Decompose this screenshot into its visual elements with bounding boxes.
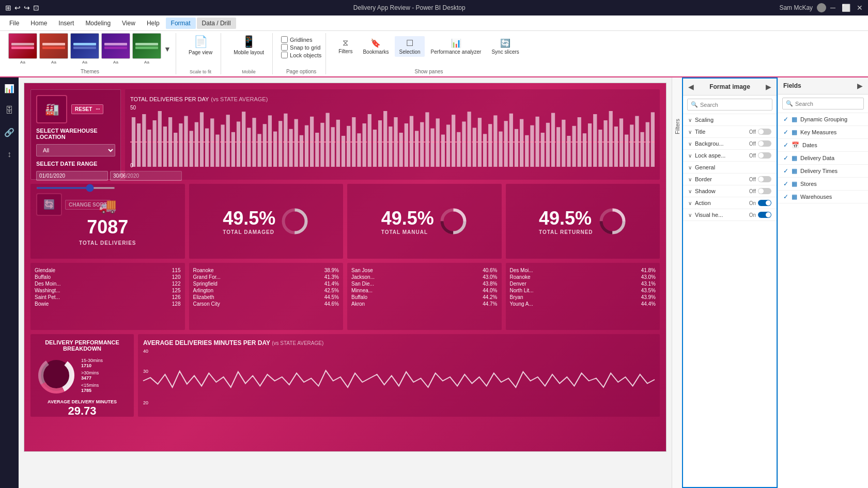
- fields-item-warehouses[interactable]: ✓ ▦ Warehouses: [778, 191, 868, 203]
- border-toggle[interactable]: Off: [749, 176, 771, 182]
- format-item-scaling[interactable]: ∨ Scaling: [683, 114, 777, 126]
- format-item-lock-aspect[interactable]: ∨ Lock aspe... Off: [683, 150, 777, 162]
- format-panel-back-button[interactable]: ◀: [688, 83, 694, 91]
- menu-format[interactable]: Format: [166, 18, 196, 29]
- fields-item-key-measures[interactable]: ✓ ▦ Key Measures: [778, 126, 868, 139]
- menu-data-drill[interactable]: Data / Drill: [197, 18, 236, 29]
- svg-rect-86: [583, 133, 586, 167]
- ribbon: Aa Aa Aa Aa: [0, 31, 868, 77]
- format-item-title[interactable]: ∨ Title Off: [683, 126, 777, 138]
- performance-label: Performance analyzer: [431, 49, 482, 55]
- date-start-input[interactable]: [36, 171, 108, 181]
- minimize-button[interactable]: ─: [830, 4, 835, 12]
- menu-insert[interactable]: Insert: [53, 18, 79, 29]
- lock-aspect-toggle[interactable]: Off: [749, 152, 771, 159]
- page-view-button[interactable]: 📄 Page view: [184, 33, 216, 57]
- ribbon-pageview-section: 📄 Page view Scale to fit: [180, 33, 221, 74]
- search-icon: 🔍: [691, 101, 698, 108]
- controls-panel: 🏭 RESET ··· SELECT WAREHOUSE LOCATION: [30, 89, 121, 180]
- filters-button[interactable]: ⧖ Filters: [334, 36, 357, 56]
- filters-sidebar[interactable]: Filters: [672, 77, 682, 488]
- gridlines-input[interactable]: [281, 36, 288, 43]
- menu-modeling[interactable]: Modeling: [80, 18, 116, 29]
- menu-file[interactable]: File: [4, 18, 24, 29]
- page-view-icon: 📄: [194, 35, 208, 49]
- snap-grid-checkbox[interactable]: Snap to grid: [281, 44, 321, 51]
- format-item-shadow[interactable]: ∨ Shadow Off: [683, 185, 777, 197]
- fields-item-delivery-data[interactable]: ✓ ▦ Delivery Data: [778, 152, 868, 165]
- theme-3[interactable]: Aa: [70, 33, 99, 65]
- sidebar-data-icon[interactable]: 🗄: [3, 104, 16, 117]
- filters-tab-label[interactable]: Filters: [674, 119, 680, 134]
- theme-2[interactable]: Aa: [39, 33, 68, 65]
- visual-header-toggle[interactable]: On: [749, 212, 771, 218]
- perf-30plus-label: >30mins: [81, 370, 99, 375]
- fields-panel-collapse-button[interactable]: ▶: [857, 82, 863, 90]
- visual-header-toggle-track[interactable]: [758, 212, 771, 218]
- fields-item-delivery-times[interactable]: ✓ ▦ Delivery Times: [778, 165, 868, 178]
- sidebar-report-icon[interactable]: 📊: [2, 82, 17, 96]
- selection-button[interactable]: ☐ Selection: [395, 36, 424, 57]
- lock-objects-input[interactable]: [281, 52, 288, 58]
- list-row-1: Glendale115: [35, 267, 181, 274]
- page-options-label: Page options: [286, 69, 316, 74]
- restore-button[interactable]: ⬜: [842, 4, 850, 12]
- performance-analyzer-button[interactable]: 📊 Performance analyzer: [427, 36, 486, 57]
- svg-rect-78: [541, 133, 545, 167]
- warehouse-select[interactable]: All: [36, 144, 115, 156]
- visual-header-toggle-on-label: On: [749, 212, 756, 218]
- fields-search-input[interactable]: [795, 101, 860, 107]
- menu-help[interactable]: Help: [142, 18, 165, 29]
- menu-home[interactable]: Home: [25, 18, 52, 29]
- svg-rect-55: [420, 122, 424, 167]
- svg-rect-38: [331, 127, 335, 167]
- title-toggle-track[interactable]: [758, 129, 771, 135]
- reset-button[interactable]: RESET ···: [71, 104, 103, 114]
- sync-label: Sync slicers: [491, 49, 519, 55]
- fields-item-dynamic-grouping[interactable]: ✓ ▦ Dynamic Grouping: [778, 113, 868, 126]
- background-toggle-track[interactable]: [758, 140, 771, 147]
- format-item-action[interactable]: ∨ Action On: [683, 197, 777, 209]
- avg-y-30: 30: [143, 369, 148, 374]
- svg-rect-67: [483, 134, 487, 167]
- fields-item-dates[interactable]: ✓ 📅 Dates: [778, 139, 868, 152]
- format-item-border[interactable]: ∨ Border Off: [683, 174, 777, 185]
- svg-rect-13: [200, 112, 204, 167]
- warehouses-table-icon: ▦: [792, 193, 797, 200]
- sidebar-model-icon[interactable]: 🔗: [2, 125, 17, 139]
- format-item-background[interactable]: ∨ Backgrou... Off: [683, 138, 777, 150]
- background-toggle[interactable]: Off: [749, 140, 771, 147]
- action-toggle[interactable]: On: [749, 200, 771, 206]
- format-item-general[interactable]: ∨ General: [683, 162, 777, 174]
- svg-rect-56: [425, 112, 429, 167]
- bookmarks-button[interactable]: 🔖 Bookmarks: [359, 36, 393, 57]
- sidebar-arrow-icon[interactable]: ↕: [5, 148, 13, 161]
- theme-5[interactable]: Aa: [132, 33, 161, 65]
- sync-slicers-button[interactable]: 🔄 Sync slicers: [487, 36, 523, 57]
- window-controls[interactable]: ─ ⬜ ✕: [830, 4, 863, 12]
- shadow-toggle[interactable]: Off: [749, 188, 771, 194]
- gridlines-checkbox[interactable]: Gridlines: [281, 36, 321, 43]
- close-button[interactable]: ✕: [857, 4, 863, 12]
- lock-objects-checkbox[interactable]: Lock objects: [281, 52, 321, 58]
- shadow-toggle-track[interactable]: [758, 188, 771, 194]
- svg-rect-88: [593, 114, 597, 167]
- title-toggle[interactable]: Off: [749, 129, 771, 135]
- fields-item-stores[interactable]: ✓ ▦ Stores: [778, 178, 868, 191]
- mobile-layout-button[interactable]: 📱 Mobile layout: [229, 33, 268, 57]
- theme-4[interactable]: Aa: [101, 33, 130, 65]
- action-toggle-track[interactable]: [758, 200, 771, 206]
- scaling-chevron-icon: ∨: [688, 117, 692, 123]
- format-search-input[interactable]: [700, 102, 769, 108]
- format-item-visual-header[interactable]: ∨ Visual he... On: [683, 209, 777, 221]
- svg-rect-84: [572, 126, 576, 167]
- snap-grid-input[interactable]: [281, 44, 288, 51]
- border-toggle-track[interactable]: [758, 176, 771, 182]
- theme-more[interactable]: ▼: [163, 33, 172, 65]
- delivery-times-label: Delivery Times: [800, 168, 838, 174]
- lock-aspect-toggle-track[interactable]: [758, 152, 771, 159]
- theme-1[interactable]: Aa: [8, 33, 37, 65]
- svg-rect-31: [295, 119, 298, 167]
- menu-view[interactable]: View: [117, 18, 141, 29]
- format-panel-forward-button[interactable]: ▶: [766, 83, 771, 91]
